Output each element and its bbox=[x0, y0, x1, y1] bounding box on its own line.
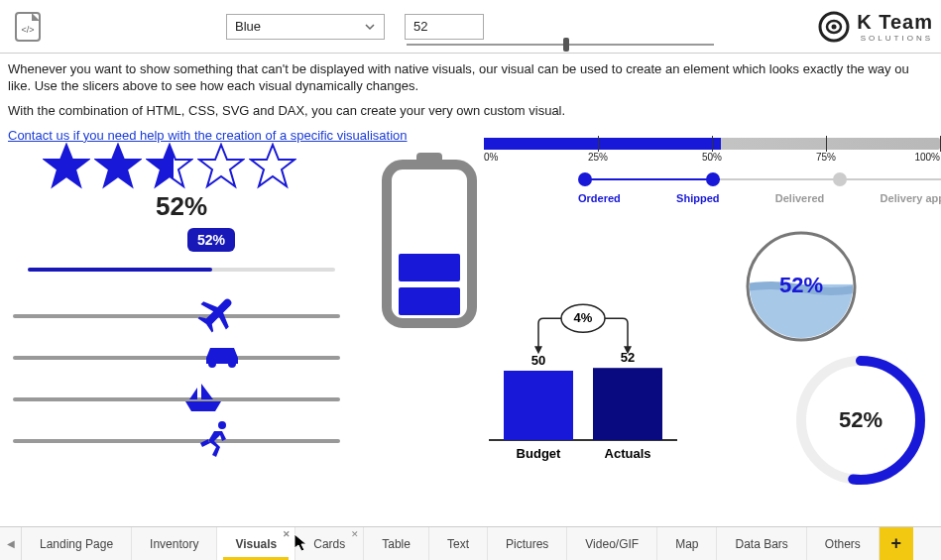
intro-paragraph-2: With the combination of HTML, CSS, SVG a… bbox=[8, 103, 933, 120]
delta-label: 4% bbox=[574, 310, 593, 325]
tab-table[interactable]: Table bbox=[364, 527, 429, 560]
battery-visual bbox=[375, 153, 484, 331]
tab-label: Others bbox=[825, 537, 861, 551]
star-icon bbox=[249, 143, 296, 193]
progress-tick: 50% bbox=[702, 152, 722, 163]
step-dot bbox=[833, 172, 847, 186]
color-dropdown-value: Blue bbox=[235, 19, 261, 34]
tab-nav-prev[interactable]: ◀ bbox=[0, 527, 22, 560]
progress-bar-visual: 0%25%50%75%100% bbox=[484, 138, 940, 166]
chevron-down-icon bbox=[364, 21, 376, 33]
tab-cards[interactable]: Cards✕ bbox=[295, 527, 364, 560]
step-dot bbox=[706, 172, 720, 186]
brand-subtext: SOLUTIONS bbox=[857, 34, 933, 43]
liquid-fill-visual: 52% bbox=[742, 227, 861, 346]
tab-others[interactable]: Others bbox=[807, 527, 880, 560]
circular-progress-visual: 52% bbox=[791, 351, 930, 490]
icon-slider-runner bbox=[13, 421, 340, 457]
tab-text[interactable]: Text bbox=[429, 527, 488, 560]
intro-paragraph-1: Whenever you want to show something that… bbox=[8, 61, 933, 95]
icon-slider-car bbox=[13, 338, 340, 374]
tab-video-gif[interactable]: Video/GIF bbox=[567, 527, 657, 560]
close-icon[interactable]: ✕ bbox=[351, 529, 359, 539]
close-icon[interactable]: ✕ bbox=[283, 529, 291, 539]
runner-icon bbox=[196, 419, 236, 459]
bar-budget bbox=[504, 371, 573, 440]
tab-label: Visuals bbox=[235, 537, 277, 551]
header-slider[interactable] bbox=[407, 38, 714, 52]
circular-label: 52% bbox=[791, 351, 930, 490]
tab-label: Text bbox=[447, 537, 469, 551]
tab-label: Inventory bbox=[150, 537, 198, 551]
progress-tick: 25% bbox=[588, 152, 608, 163]
svg-point-5 bbox=[218, 421, 226, 429]
star-rating-visual: 52% bbox=[43, 143, 320, 222]
car-icon bbox=[202, 336, 242, 376]
brand-logo: K Team SOLUTIONS bbox=[817, 10, 933, 44]
star-icon bbox=[43, 143, 90, 193]
svg-text:</>: </> bbox=[21, 25, 34, 35]
brand-text: K Team bbox=[857, 11, 933, 33]
svg-rect-8 bbox=[399, 287, 460, 315]
tab-inventory[interactable]: Inventory bbox=[132, 527, 217, 560]
progress-tick: 75% bbox=[816, 152, 836, 163]
bar-chart-visual: 50Budget52Actuals4% bbox=[479, 222, 687, 470]
tab-label: Map bbox=[675, 537, 698, 551]
tab-map[interactable]: Map bbox=[657, 527, 717, 560]
tab-landing-page[interactable]: Landing Page bbox=[22, 527, 132, 560]
star-icon bbox=[146, 143, 193, 193]
tab-data-bars[interactable]: Data Bars bbox=[717, 527, 806, 560]
boat-icon bbox=[183, 378, 223, 417]
step-dot bbox=[578, 172, 592, 186]
progress-tick: 0% bbox=[484, 152, 498, 163]
icon-sliders-visual bbox=[13, 296, 340, 463]
step-label: Shipped bbox=[676, 192, 719, 204]
color-dropdown[interactable]: Blue bbox=[226, 14, 385, 40]
star-icon bbox=[94, 143, 142, 193]
icon-slider-boat bbox=[13, 380, 340, 415]
bar-category: Actuals bbox=[605, 446, 651, 461]
add-tab-button[interactable]: + bbox=[880, 527, 913, 560]
brand-swirl-icon bbox=[817, 10, 851, 44]
slider-tooltip: 52% bbox=[187, 228, 235, 252]
step-label: Delivered bbox=[775, 192, 825, 204]
tab-label: Cards bbox=[313, 537, 345, 551]
tab-pictures[interactable]: Pictures bbox=[488, 527, 567, 560]
progress-tick: 100% bbox=[914, 152, 940, 163]
star-pct-label: 52% bbox=[43, 191, 320, 222]
bar-value: 50 bbox=[531, 353, 545, 368]
step-label: Delivery approved bbox=[881, 192, 941, 204]
page-tab-bar: ◀ Landing PageInventoryVisuals✕Cards✕Tab… bbox=[0, 526, 941, 560]
value-input[interactable]: 52 bbox=[405, 14, 484, 40]
contact-link[interactable]: Contact us if you need help with the cre… bbox=[8, 128, 408, 143]
svg-rect-9 bbox=[399, 254, 460, 281]
icon-slider-plane bbox=[13, 296, 340, 332]
svg-point-4 bbox=[832, 24, 837, 29]
tab-visuals[interactable]: Visuals✕ bbox=[217, 527, 295, 560]
step-label: Ordered bbox=[578, 192, 621, 204]
plane-icon bbox=[196, 294, 236, 334]
tab-label: Data Bars bbox=[735, 537, 787, 551]
bar-category: Budget bbox=[517, 446, 561, 461]
steps-visual: OrderedShippedDeliveredDelivery approved bbox=[578, 172, 941, 204]
bar-actuals bbox=[593, 368, 662, 440]
tab-label: Landing Page bbox=[40, 537, 113, 551]
tab-label: Pictures bbox=[506, 537, 548, 551]
tab-label: Table bbox=[382, 537, 411, 551]
star-icon bbox=[197, 143, 245, 193]
liquid-label: 52% bbox=[779, 273, 823, 297]
tab-label: Video/GIF bbox=[585, 537, 639, 551]
value-input-text: 52 bbox=[413, 19, 427, 34]
app-logo-icon: </> bbox=[8, 7, 48, 47]
